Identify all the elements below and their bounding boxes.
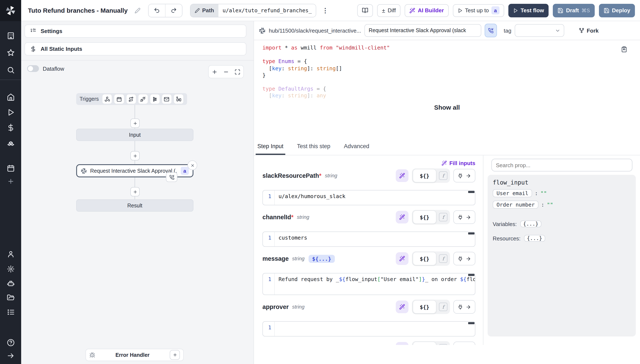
prop-chip-order-number[interactable]: Order number: [493, 200, 538, 209]
editor-scrollbar[interactable]: [468, 191, 474, 193]
poll-trigger-icon[interactable]: [174, 94, 184, 104]
function-mode-icon[interactable]: f: [439, 344, 448, 345]
error-handler-node[interactable]: Error Handler: [86, 349, 184, 361]
template-mode-button[interactable]: ${}: [413, 169, 436, 182]
schedule-trigger-icon[interactable]: [114, 94, 124, 104]
add-step-button[interactable]: [130, 118, 140, 128]
ai-fill-icon[interactable]: [396, 252, 408, 265]
template-badge[interactable]: ${...}: [309, 254, 334, 263]
connect-result-button[interactable]: [453, 210, 475, 224]
workspace-icon[interactable]: [0, 30, 21, 41]
resources-icon[interactable]: [0, 138, 21, 148]
search-prop-input[interactable]: [491, 159, 632, 172]
deploy-button[interactable]: Deploy: [599, 4, 635, 17]
test-flow-button[interactable]: Test flow: [508, 4, 549, 17]
draft-button[interactable]: Draft ⌘S: [553, 4, 595, 17]
windmill-logo[interactable]: [0, 0, 21, 21]
flow-settings-button[interactable]: Settings: [24, 24, 246, 38]
folders-icon[interactable]: [0, 292, 21, 303]
undo-button[interactable]: [148, 4, 165, 17]
webhook-trigger-icon[interactable]: [102, 94, 112, 104]
template-mode-button[interactable]: ${}: [413, 252, 436, 266]
all-static-inputs-button[interactable]: All Static Inputs: [24, 42, 246, 56]
test-up-to-button[interactable]: Test up to a: [453, 4, 504, 17]
field-editor-approver[interactable]: 1: [262, 321, 475, 336]
path-field[interactable]: Path u/alex/tuto_refund_branches_: [190, 4, 316, 17]
tab-step-input[interactable]: Step Input: [256, 143, 284, 155]
help-icon[interactable]: [0, 337, 21, 348]
input-node[interactable]: Input: [76, 129, 194, 141]
diff-button[interactable]: ±Diff: [377, 4, 400, 17]
dataflow-toggle[interactable]: [27, 65, 39, 72]
static-mode-button[interactable]: Static: [413, 342, 436, 345]
result-node[interactable]: Result: [76, 199, 194, 212]
zoom-in-icon[interactable]: [212, 69, 217, 75]
search-icon[interactable]: [0, 65, 21, 75]
field-editor-channelId[interactable]: 1 customers: [262, 232, 475, 247]
template-mode-button[interactable]: ${}: [413, 210, 436, 224]
kafka-trigger-icon[interactable]: [150, 94, 160, 104]
variables-icon[interactable]: [0, 122, 21, 132]
more-menu-icon[interactable]: ⋮: [321, 4, 330, 17]
editor-scrollbar[interactable]: [468, 232, 474, 234]
field-value[interactable]: u/alex/humorous_slack: [275, 190, 475, 205]
function-mode-icon[interactable]: f: [439, 303, 448, 311]
function-mode-icon[interactable]: f: [439, 213, 448, 221]
ai-builder-button[interactable]: AI Builder: [405, 4, 448, 17]
add-step-button[interactable]: [130, 151, 140, 160]
field-value[interactable]: customers: [275, 232, 475, 246]
connect-result-button[interactable]: [453, 300, 475, 314]
fit-view-icon[interactable]: [235, 69, 241, 75]
show-all-button[interactable]: Show all: [254, 104, 640, 111]
audit-logs-icon[interactable]: [0, 307, 21, 317]
function-mode-icon[interactable]: f: [439, 254, 448, 263]
email-trigger-icon[interactable]: [162, 94, 172, 104]
variables-expand-chip[interactable]: {...}: [520, 220, 542, 227]
websocket-trigger-icon[interactable]: [138, 94, 148, 104]
connect-result-button[interactable]: [453, 252, 475, 266]
delete-step-icon[interactable]: [188, 160, 197, 170]
slack-approval-step-node[interactable]: Request Interactive Slack Approval (... …: [76, 164, 194, 177]
step-summary-input[interactable]: [364, 24, 481, 37]
connect-result-button[interactable]: [453, 342, 475, 345]
ai-fill-icon[interactable]: [396, 211, 408, 224]
copy-code-icon[interactable]: [621, 46, 627, 54]
editor-scrollbar[interactable]: [468, 322, 474, 324]
function-mode-icon[interactable]: f: [439, 172, 448, 180]
approval-step-toggle[interactable]: [485, 24, 497, 37]
edit-title-icon[interactable]: [134, 8, 140, 13]
runs-icon[interactable]: [0, 107, 21, 117]
path-value[interactable]: u/alex/tuto_refund_branches_: [218, 4, 316, 17]
triggers-node[interactable]: Triggers: [76, 93, 187, 105]
tab-test-this-step[interactable]: Test this step: [296, 143, 331, 155]
resources-expand-chip[interactable]: {...}: [524, 235, 545, 242]
add-step-button[interactable]: [130, 187, 140, 196]
schedules-icon[interactable]: [0, 163, 21, 173]
tag-select[interactable]: [515, 24, 564, 37]
connect-result-button[interactable]: [453, 169, 475, 182]
add-error-handler-icon[interactable]: [170, 350, 180, 360]
tab-advanced[interactable]: Advanced: [343, 143, 370, 155]
docs-button[interactable]: [357, 4, 373, 17]
editor-scrollbar[interactable]: [468, 274, 474, 276]
field-editor-slackResourcePath[interactable]: 1 u/alex/humorous_slack: [262, 190, 475, 205]
add-menu-icon[interactable]: [0, 176, 21, 186]
hub-script-path[interactable]: hub/11500/slack/request_interactive...: [269, 27, 361, 34]
ai-fill-icon[interactable]: [396, 342, 408, 345]
fill-inputs-button[interactable]: Fill inputs: [262, 158, 475, 168]
field-value[interactable]: [275, 322, 475, 336]
field-value[interactable]: Refund request by _${flow_input["User em…: [275, 274, 475, 294]
fork-button[interactable]: Fork: [578, 27, 598, 34]
workers-robot-icon[interactable]: [0, 278, 21, 288]
redo-button[interactable]: [165, 4, 182, 17]
settings-gear-icon[interactable]: [0, 264, 21, 274]
prop-chip-user-email[interactable]: User email: [493, 189, 532, 197]
ai-fill-icon[interactable]: [396, 169, 408, 182]
favorites-star-icon[interactable]: [0, 48, 21, 58]
http-route-trigger-icon[interactable]: [126, 94, 136, 104]
template-mode-button[interactable]: ${}: [413, 300, 436, 314]
users-icon[interactable]: [0, 249, 21, 259]
field-editor-message[interactable]: 1 Refund request by _${flow_input["User …: [262, 273, 475, 295]
home-icon[interactable]: [0, 92, 21, 102]
zoom-out-icon[interactable]: [223, 69, 229, 75]
